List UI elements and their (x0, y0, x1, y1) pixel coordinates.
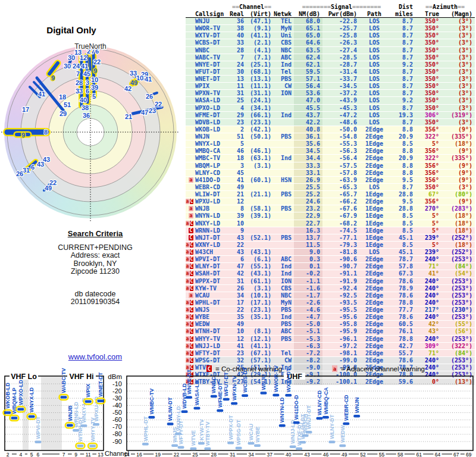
warning-badges: aC (186, 321, 194, 327)
real-channel: 47 (230, 263, 246, 270)
virtual-channel: (58.1) (246, 205, 274, 212)
azimuth-true: 5° (415, 227, 441, 234)
channel-tick: 69 (466, 452, 472, 457)
signal-bar (279, 424, 286, 427)
power-dbm: -45.3 (322, 105, 359, 111)
warning-badges (186, 47, 194, 54)
virtual-channel (246, 170, 274, 176)
tvfool-link[interactable]: www.tvfool.com (68, 352, 122, 361)
adjacent-legend-text: = Adjacent channel warning (341, 365, 425, 373)
station-row: WWOR-TV38(9.1)MyN65.1-25.7LOS8.7350°(3°) (186, 25, 475, 32)
warning-badges (186, 162, 194, 169)
path: 2Edge (359, 285, 389, 292)
virtual-channel (246, 184, 274, 190)
adjacent-warning-badge: a (186, 336, 189, 342)
path: 2Edge (359, 292, 389, 299)
station-row: WMBQ-CA46(46.1)34.5-56.32Edge8.8356°(9°) (186, 148, 475, 155)
azimuth-magnetic: (56°) (441, 328, 475, 334)
cochannel-warning-badge: C (190, 278, 193, 284)
warning-badges: aC (186, 278, 194, 284)
warning-badges (186, 170, 194, 176)
path: 2Edge (359, 198, 389, 205)
channel-tick: 31 (230, 452, 236, 457)
station-bar-label: WNET-DT (98, 372, 104, 396)
noise-margin: 22.7 (294, 220, 322, 227)
callsign: WNJN (194, 133, 230, 140)
signal-bar (171, 444, 178, 447)
azimuth-magnetic: (9°) (441, 162, 475, 169)
azimuth-true: 350° (415, 83, 441, 89)
warning-badges (186, 112, 194, 118)
signal-bar (85, 400, 92, 403)
callsign: WPVI-DT (194, 256, 230, 262)
callsign: WNYE-DT (194, 61, 230, 68)
warning-badges: aC (186, 306, 194, 313)
station-row: aW41DO-D41(60.1)HSN26.9-63.92Edge9.5356°… (186, 177, 475, 184)
path: LOS (359, 119, 389, 126)
adjacent-warning-badge: a (189, 206, 193, 211)
svg-text:-50: -50 (112, 409, 122, 416)
adjacent-warning-badge: a (186, 358, 189, 363)
network: HSN (274, 177, 294, 183)
power-dbm: -25.7 (322, 25, 359, 32)
warning-badges: aC (186, 350, 194, 356)
radar-channel-label: 39 (91, 84, 98, 91)
channel-tick: 25 (192, 452, 198, 457)
signal-bar (322, 416, 329, 419)
adjacent-warning-badge: a (189, 293, 193, 298)
radar-plot: 1330122762230244174592831039336540383618… (0, 42, 181, 226)
warning-badges (186, 25, 194, 32)
azimuth-magnetic: (322°) (441, 343, 475, 349)
path: 1Edge (359, 242, 389, 248)
azimuth-true: 5° (415, 242, 441, 248)
svg-text:-30: -30 (112, 395, 122, 402)
network: Ind (274, 112, 294, 118)
network (274, 170, 294, 176)
radar-channel-label: 9 (21, 132, 25, 139)
azimuth-true: 350° (415, 25, 441, 32)
azimuth-magnetic: (9°) (441, 126, 475, 133)
azimuth-true: 350° (415, 76, 441, 82)
network (274, 126, 294, 133)
real-channel: 29 (230, 112, 246, 118)
radar-channel-label: 5 (92, 93, 96, 100)
db-datecode-line: 201109190354 (21, 298, 170, 306)
distance-miles: 9.5 (389, 177, 415, 183)
network: PBS (274, 76, 294, 82)
radar-channel-label: 6 (31, 164, 35, 171)
network: Ind (274, 61, 294, 68)
virtual-channel: (7.1) (246, 54, 274, 61)
power-dbm: -90.6 (322, 256, 359, 262)
virtual-channel: (50.1) (246, 133, 274, 140)
azimuth-magnetic: (3°) (441, 97, 475, 104)
azimuth-magnetic: (3°) (441, 54, 475, 61)
path: 1Edge (359, 220, 389, 227)
station-row: WLIW-DT21(21.1)PBS25.2-65.71Edge28.867°(… (186, 191, 475, 198)
virtual-channel: (10.1) (246, 292, 274, 299)
warning-badges (186, 191, 194, 198)
callsign: KYW-TV (194, 285, 230, 292)
virtual-channel: (21.1) (246, 191, 274, 198)
signal-bar (227, 442, 234, 445)
channel-signal-chart: -10-20-30-40-50-60-70-80-90VHF LoVHF HiU… (0, 363, 476, 457)
virtual-channel: (17.1) (246, 299, 274, 306)
path: 2Edge (359, 350, 389, 356)
radar-channel-label: 30 (68, 54, 75, 61)
warning-badges (186, 97, 194, 104)
distance-miles: 78.6 (389, 278, 415, 284)
noise-margin: 34.5 (294, 148, 322, 154)
adjacent-warning-badge: a (186, 300, 189, 305)
path: LOS (359, 249, 389, 255)
noise-margin: 59.5 (294, 68, 322, 75)
signal-bar (217, 409, 223, 412)
adjacent-warning-badge: a (186, 350, 189, 356)
virtual-channel: (43.1) (246, 270, 274, 277)
power-dbm: -25.8 (322, 32, 359, 39)
cochannel-warning-badge: C (189, 228, 193, 233)
real-channel: 38 (230, 25, 246, 32)
cochannel-warning-badge: C (190, 336, 193, 342)
callsign: WPXO-LD (194, 105, 230, 111)
true-north-label: TrueNorth (74, 42, 107, 51)
real-channel: 10 (230, 220, 246, 227)
callsign: WNJS (194, 306, 230, 313)
